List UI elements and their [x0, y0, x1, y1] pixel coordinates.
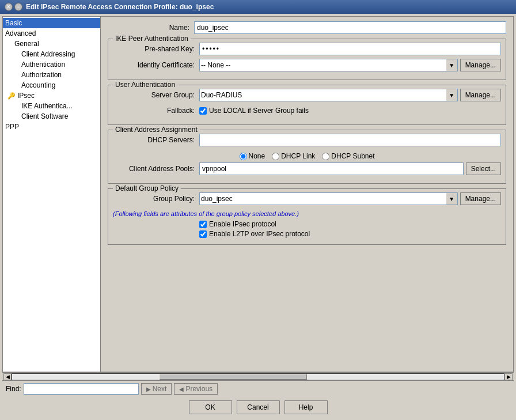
- identity-cert-input[interactable]: [199, 59, 446, 71]
- client-address-title: Client Address Assignment: [113, 126, 200, 134]
- dialog-buttons: OK Cancel Help: [2, 397, 514, 418]
- radio-group: None DHCP Link DHCP Subnet: [113, 150, 501, 162]
- next-label: Next: [153, 385, 167, 393]
- title-bar: ✕ − Edit IPsec Remote Access Connection …: [0, 0, 516, 14]
- server-group-manage-button[interactable]: Manage...: [460, 89, 501, 101]
- group-policy-input[interactable]: [199, 192, 446, 205]
- tree-label-authentication: Authentication: [21, 60, 65, 69]
- tree-item-authorization[interactable]: Authorization: [3, 70, 100, 80]
- radio-none[interactable]: [240, 153, 247, 160]
- address-pools-input[interactable]: [199, 162, 464, 175]
- identity-cert-label: Identity Certificate:: [113, 61, 199, 69]
- address-pools-field: Select...: [199, 162, 501, 175]
- pre-shared-key-row: Pre-shared Key:: [113, 43, 501, 55]
- fallback-checkbox[interactable]: [199, 107, 207, 115]
- group-policy-manage-button[interactable]: Manage...: [460, 192, 501, 205]
- prev-arrow-icon: ◀: [179, 386, 184, 392]
- dhcp-servers-label: DHCP Servers:: [113, 136, 199, 144]
- find-bar: Find: ▶ Next ◀ Previous: [2, 380, 514, 397]
- identity-cert-field: ▼ Manage...: [199, 59, 501, 71]
- find-input[interactable]: [24, 383, 139, 395]
- window-title: Edit IPsec Remote Access Connection Prof…: [26, 3, 511, 11]
- server-group-dropdown-wrap: ▼: [199, 89, 458, 101]
- info-text-wrapper: (Following fields are attributes of the …: [113, 209, 501, 218]
- enable-ipsec-row: Enable IPsec protocol: [199, 220, 501, 228]
- tree-label-client-addressing: Client Addressing: [21, 50, 75, 58]
- pre-shared-key-input[interactable]: [199, 43, 501, 55]
- radio-dhcp-subnet-label: DHCP Subnet: [331, 152, 374, 160]
- scroll-left-btn[interactable]: ◀: [3, 373, 12, 380]
- info-text: (Following fields are attributes of the …: [113, 209, 299, 218]
- radio-dhcp-link-label: DHCP Link: [281, 152, 315, 160]
- find-label: Find:: [6, 385, 21, 393]
- user-auth-section: User Authentication Server Group: ▼ Mana…: [108, 85, 506, 125]
- dhcp-servers-row: DHCP Servers:: [113, 134, 501, 146]
- fallback-row: Fallback: Use LOCAL if Server Group fail…: [113, 105, 501, 116]
- horizontal-scrollbar: ◀ ▶: [2, 372, 514, 380]
- select-button[interactable]: Select...: [466, 162, 501, 175]
- fallback-checkbox-option: Use LOCAL if Server Group fails: [199, 107, 309, 115]
- cancel-button[interactable]: Cancel: [237, 400, 280, 414]
- group-policy-dropdown-btn[interactable]: ▼: [446, 192, 458, 205]
- tree-item-client-software[interactable]: Client Software: [3, 111, 100, 122]
- tree-item-ppp[interactable]: PPP: [3, 122, 100, 132]
- tree-item-accounting[interactable]: Accounting: [3, 80, 100, 90]
- enable-ipsec-checkbox[interactable]: [199, 221, 207, 228]
- fallback-label: Fallback:: [113, 107, 199, 115]
- enable-l2tp-row: Enable L2TP over IPsec protocol: [199, 230, 501, 238]
- name-input[interactable]: duo_ipsec: [194, 21, 506, 34]
- tree-item-basic[interactable]: Basic: [3, 18, 100, 28]
- enable-l2tp-checkbox[interactable]: [199, 230, 207, 238]
- ike-peer-auth-title: IKE Peer Authentication: [113, 35, 191, 43]
- key-blue-icon: 🔑: [7, 92, 16, 100]
- tree-label-accounting: Accounting: [21, 81, 55, 89]
- tree-label-ipsec: IPsec: [17, 92, 35, 100]
- next-button[interactable]: ▶ Next: [141, 383, 172, 395]
- address-pools-label: Client Address Pools:: [113, 165, 199, 173]
- server-group-input[interactable]: [199, 89, 446, 101]
- identity-cert-row: Identity Certificate: ▼ Manage...: [113, 59, 501, 71]
- server-group-field: ▼ Manage...: [199, 89, 501, 101]
- tree-item-authentication[interactable]: Authentication: [3, 59, 100, 70]
- tree-label-advanced: Advanced: [5, 29, 36, 37]
- tree-label-ike-auth: IKE Authentica...: [21, 102, 73, 110]
- name-row: Name: duo_ipsec: [108, 21, 506, 34]
- ok-button[interactable]: OK: [189, 400, 232, 414]
- fallback-check-label: Use LOCAL if Server Group fails: [209, 107, 309, 115]
- next-arrow-icon: ▶: [146, 386, 151, 392]
- radio-dhcp-subnet[interactable]: [322, 153, 329, 160]
- pre-shared-key-label: Pre-shared Key:: [113, 45, 199, 53]
- group-policy-dropdown-wrap: ▼: [199, 192, 458, 205]
- radio-none-label: None: [249, 152, 265, 160]
- user-auth-title: User Authentication: [113, 81, 177, 89]
- radio-dhcp-link[interactable]: [272, 153, 279, 160]
- close-button[interactable]: ✕: [5, 3, 13, 11]
- identity-cert-manage-button[interactable]: Manage...: [460, 59, 501, 71]
- right-panel: Name: duo_ipsec IKE Peer Authentication …: [101, 17, 513, 372]
- tree-label-client-software: Client Software: [21, 112, 68, 120]
- group-policy-label: Group Policy:: [113, 195, 199, 203]
- radio-none-option[interactable]: None: [240, 152, 265, 160]
- tree-item-ike-auth[interactable]: IKE Authentica...: [3, 101, 100, 111]
- server-group-row: Server Group: ▼ Manage...: [113, 89, 501, 101]
- enable-l2tp-label: Enable L2TP over IPsec protocol: [209, 230, 310, 238]
- server-group-dropdown-btn[interactable]: ▼: [446, 89, 458, 101]
- tree-item-advanced[interactable]: Advanced: [3, 28, 100, 39]
- identity-cert-dropdown-btn[interactable]: ▼: [446, 59, 458, 71]
- name-label: Name:: [108, 24, 194, 32]
- tree-item-ipsec[interactable]: 🔑 IPsec: [3, 90, 100, 101]
- scroll-right-btn[interactable]: ▶: [504, 373, 513, 380]
- tree-item-client-addressing[interactable]: Client Addressing: [3, 49, 100, 59]
- radio-dhcp-subnet-option[interactable]: DHCP Subnet: [322, 152, 374, 160]
- scroll-track[interactable]: [12, 373, 504, 380]
- content-area: Basic Advanced General Client Addressing…: [2, 16, 514, 372]
- dhcp-servers-input[interactable]: [199, 134, 501, 146]
- tree-item-general[interactable]: General: [3, 39, 100, 49]
- default-group-policy-title: Default Group Policy: [113, 184, 181, 192]
- help-button[interactable]: Help: [284, 400, 328, 414]
- minimize-button[interactable]: −: [14, 3, 22, 11]
- radio-dhcp-link-option[interactable]: DHCP Link: [272, 152, 315, 160]
- previous-button[interactable]: ◀ Previous: [174, 383, 218, 395]
- identity-cert-dropdown-wrap: ▼: [199, 59, 458, 71]
- main-container: Basic Advanced General Client Addressing…: [0, 14, 516, 420]
